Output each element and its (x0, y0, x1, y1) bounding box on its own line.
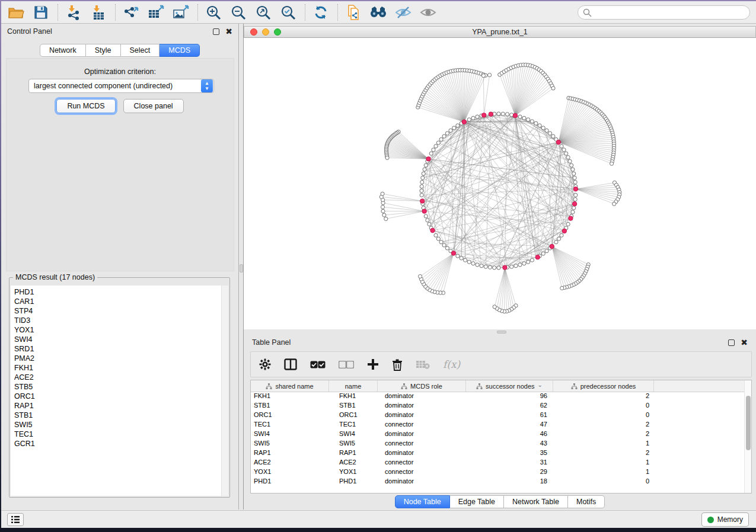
column-header-predecessor-nodes[interactable]: predecessor nodes (553, 380, 654, 392)
tab-select[interactable]: Select (121, 44, 160, 57)
cell-predecessor-nodes[interactable]: 1 (553, 440, 654, 449)
cell-successor-nodes[interactable]: 47 (466, 421, 553, 430)
network-node[interactable] (514, 264, 518, 268)
mcds-node[interactable] (569, 216, 573, 220)
network-node[interactable] (493, 266, 496, 270)
mcds-result-item[interactable]: PMA2 (14, 354, 221, 363)
table-row[interactable]: PHD1PHD1dominator180 (251, 477, 751, 487)
column-header-MCDS-role[interactable]: MCDS role (378, 380, 466, 392)
network-node[interactable] (471, 262, 475, 265)
network-node[interactable] (420, 185, 423, 188)
float-panel-icon[interactable] (728, 339, 735, 346)
network-node[interactable] (574, 193, 578, 197)
tab-mcds[interactable]: MCDS (160, 44, 200, 57)
network-node[interactable] (436, 237, 440, 241)
network-node[interactable] (384, 217, 388, 220)
mcds-node[interactable] (489, 112, 493, 116)
save-session-icon[interactable] (31, 4, 51, 21)
mcds-result-list[interactable]: PHD1CAR1STP4TID3YOX1SWI4SRD1PMA2FKH1ACE2… (11, 286, 221, 496)
network-node[interactable] (505, 113, 509, 116)
network-node[interactable] (434, 233, 438, 237)
network-node[interactable] (420, 180, 424, 184)
network-node[interactable] (541, 252, 545, 255)
network-node[interactable] (471, 116, 475, 120)
close-panel-button[interactable]: Close panel (123, 99, 184, 113)
network-node[interactable] (449, 129, 452, 132)
cell-predecessor-nodes[interactable]: 0 (553, 411, 654, 421)
mcds-node[interactable] (562, 229, 566, 233)
network-node[interactable] (488, 73, 492, 77)
column-header-shared-name[interactable]: shared name (251, 380, 329, 392)
network-node[interactable] (560, 233, 563, 237)
splitter-grip[interactable] (240, 264, 243, 273)
mcds-result-item[interactable]: ORC1 (14, 392, 221, 401)
network-node[interactable] (420, 189, 423, 193)
close-panel-icon[interactable]: ✖ (225, 28, 232, 35)
cell-shared-name[interactable]: FKH1 (251, 392, 329, 402)
network-node[interactable] (445, 132, 449, 135)
cell-MCDS-role[interactable]: connector (378, 459, 466, 468)
network-node[interactable] (497, 266, 500, 270)
cell-predecessor-nodes[interactable]: 2 (553, 421, 654, 430)
cell-successor-nodes[interactable]: 43 (466, 440, 553, 449)
network-node[interactable] (418, 274, 422, 278)
network-node[interactable] (571, 168, 575, 171)
cell-successor-nodes[interactable]: 46 (466, 430, 553, 440)
network-node[interactable] (476, 115, 479, 118)
network-node[interactable] (426, 219, 429, 222)
network-node[interactable] (460, 257, 463, 260)
cell-successor-nodes[interactable]: 96 (466, 392, 553, 402)
table-row[interactable]: SWI4SWI4dominator462 (251, 430, 751, 440)
cell-shared-name[interactable]: RAP1 (251, 449, 329, 459)
float-panel-icon[interactable] (213, 28, 219, 35)
memory-button[interactable]: Memory (701, 512, 749, 527)
cell-name[interactable]: SWI4 (329, 430, 378, 440)
table-row[interactable]: FKH1FKH1dominator962 (251, 392, 751, 402)
network-node[interactable] (439, 137, 443, 141)
network-node[interactable] (439, 241, 443, 244)
network-node[interactable] (573, 197, 577, 201)
open-file-icon[interactable] (6, 4, 26, 21)
cell-successor-nodes[interactable]: 31 (466, 459, 553, 468)
network-node[interactable] (522, 116, 526, 120)
node-table-header[interactable]: shared namenameMCDS rolesuccessor nodes⌄… (251, 380, 751, 392)
cell-predecessor-nodes[interactable]: 0 (553, 402, 654, 411)
network-node[interactable] (562, 148, 566, 152)
cell-shared-name[interactable]: PHD1 (251, 477, 329, 487)
network-node[interactable] (522, 262, 526, 265)
network-node[interactable] (573, 176, 576, 180)
tab-node-table[interactable]: Node Table (395, 495, 450, 508)
optimization-criterion-select[interactable]: largest connected component (undirected)… (28, 79, 214, 93)
horizontal-splitter[interactable] (244, 329, 756, 335)
network-node[interactable] (480, 264, 483, 268)
cell-name[interactable]: ORC1 (329, 411, 378, 421)
network-node[interactable] (534, 121, 538, 125)
clone-network-icon[interactable] (343, 4, 363, 21)
mcds-result-item[interactable]: SWI4 (14, 335, 221, 344)
network-node[interactable] (545, 129, 548, 132)
cell-name[interactable]: TEC1 (329, 421, 378, 430)
network-node[interactable] (488, 265, 492, 269)
tab-network[interactable]: Network (40, 44, 86, 57)
mcds-node[interactable] (420, 199, 424, 203)
network-node[interactable] (436, 141, 440, 145)
cell-name[interactable]: YOX1 (329, 468, 378, 477)
table-row[interactable]: YOX1YOX1connector291 (251, 468, 751, 477)
network-node[interactable] (381, 192, 384, 196)
column-header-successor-nodes[interactable]: successor nodes⌄ (466, 380, 553, 392)
cell-shared-name[interactable]: STB1 (251, 402, 329, 411)
network-node[interactable] (566, 155, 570, 159)
mcds-node[interactable] (451, 251, 455, 255)
table-row[interactable]: STB1STB1dominator620 (251, 402, 751, 411)
cell-MCDS-role[interactable]: dominator (378, 411, 466, 421)
hide-all-columns-icon[interactable] (339, 355, 354, 373)
cell-name[interactable]: STB1 (329, 402, 378, 411)
cell-predecessor-nodes[interactable]: 2 (553, 392, 654, 402)
network-window-titlebar[interactable]: YPA_prune.txt_1 (244, 26, 756, 38)
network-node[interactable] (613, 202, 616, 206)
mcds-result-item[interactable]: FKH1 (14, 363, 221, 373)
zoom-fit-icon[interactable] (253, 4, 273, 21)
network-canvas[interactable] (244, 38, 756, 329)
network-node[interactable] (554, 241, 558, 244)
cell-MCDS-role[interactable]: dominator (378, 449, 466, 459)
